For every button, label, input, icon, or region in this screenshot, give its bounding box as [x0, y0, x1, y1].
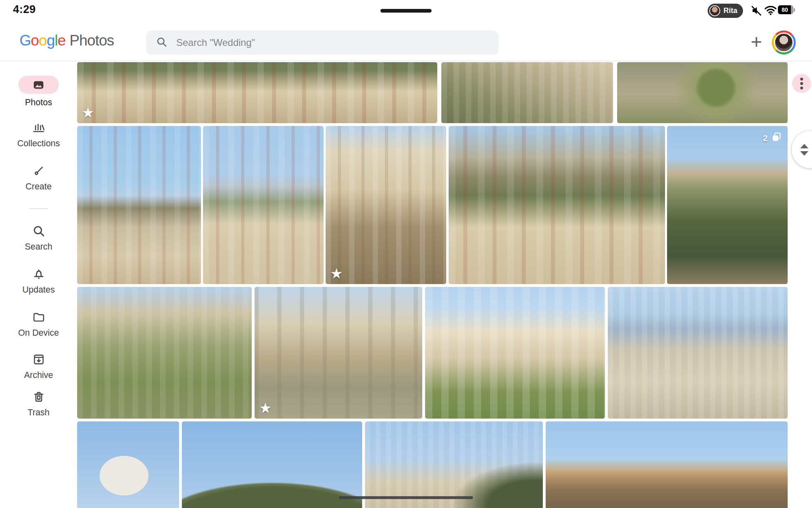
battery-icon: 80: [778, 5, 795, 14]
photo-thumbnail[interactable]: ★: [77, 62, 437, 123]
active-pill: [18, 76, 59, 94]
timeline-scrubber-handle[interactable]: [792, 131, 812, 168]
photo-thumbnail[interactable]: [449, 126, 665, 284]
top-center-bar: [380, 9, 432, 13]
sidebar-item-search[interactable]: Search: [0, 224, 77, 252]
photo-thumbnail[interactable]: [608, 287, 788, 419]
user-status-chip[interactable]: Rita: [708, 4, 743, 18]
trash-icon: [31, 389, 46, 404]
kebab-dot: [800, 82, 803, 85]
photo-thumbnail[interactable]: [365, 421, 543, 508]
wifi-icon: [764, 5, 777, 17]
sidebar-label: Collections: [17, 139, 60, 149]
logo-letter: e: [58, 32, 66, 49]
speaker-muted-icon: [750, 5, 762, 18]
sidebar-item-create[interactable]: Create: [0, 163, 77, 192]
clock: 4:29: [13, 3, 36, 16]
search-nav-icon: [31, 224, 46, 238]
google-photos-app: 4:29 Rita 80 G o o g l e Photos +: [0, 0, 812, 508]
search-icon: [156, 36, 167, 49]
bell-icon: [31, 267, 46, 281]
photo-thumbnail[interactable]: [441, 62, 613, 123]
create-icon: [31, 163, 46, 178]
battery-percent: 80: [782, 7, 788, 13]
logo-letter: G: [19, 32, 31, 49]
logo-letter: o: [31, 32, 39, 49]
kebab-dot: [800, 78, 803, 80]
home-indicator[interactable]: [339, 496, 473, 499]
sidebar-label: Create: [26, 182, 52, 192]
sidebar-label: Archive: [24, 370, 53, 380]
photo-thumbnail[interactable]: [203, 126, 324, 284]
sidebar-label: Trash: [28, 408, 50, 418]
google-photos-logo: G o o g l e Photos: [19, 32, 114, 49]
sidebar-item-trash[interactable]: Trash: [0, 389, 77, 418]
photo-thumbnail[interactable]: [546, 421, 788, 508]
chevron-up-icon: [800, 144, 808, 148]
sidebar-item-on-device[interactable]: On Device: [0, 310, 77, 338]
chip-avatar: [709, 5, 720, 16]
scrubber-arrows: [800, 131, 808, 168]
photo-thumbnail[interactable]: [182, 421, 362, 508]
photo-thumbnail[interactable]: ★: [255, 287, 422, 419]
sidebar-label: On Device: [18, 328, 59, 338]
sidebar-label: Photos: [25, 98, 52, 108]
chevron-down-icon: [800, 151, 808, 156]
favorite-star-icon: ★: [259, 401, 272, 415]
sidebar-label: Search: [25, 242, 52, 252]
photo-stack-badge: 2: [763, 132, 782, 144]
photos-icon: [31, 78, 46, 92]
photo-thumbnail[interactable]: [617, 62, 788, 123]
search-input[interactable]: [175, 37, 489, 49]
stack-count: 2: [763, 133, 768, 143]
sidebar-item-photos[interactable]: Photos: [0, 76, 77, 108]
folder-icon: [31, 310, 46, 324]
favorite-star-icon: ★: [330, 267, 343, 281]
logo-letter: g: [47, 32, 55, 49]
search-bar[interactable]: [146, 30, 499, 55]
logo-letter: o: [39, 32, 47, 49]
logo-letter: l: [55, 32, 58, 49]
photo-thumbnail[interactable]: ★: [326, 126, 446, 284]
sidebar-item-archive[interactable]: Archive: [0, 352, 77, 380]
photo-thumbnail[interactable]: [77, 287, 252, 419]
photo-thumbnail[interactable]: [425, 287, 605, 419]
archive-icon: [31, 352, 46, 367]
sidebar-label: Updates: [22, 285, 55, 295]
stack-icon: [771, 132, 782, 144]
add-button[interactable]: +: [745, 30, 768, 54]
photo-thumbnail[interactable]: 2: [667, 126, 788, 284]
sidebar-item-collections[interactable]: Collections: [0, 120, 77, 149]
photo-thumbnail[interactable]: [77, 421, 179, 508]
header-divider: [0, 61, 812, 61]
more-options-button[interactable]: [792, 74, 811, 93]
account-avatar[interactable]: [772, 30, 796, 54]
chip-user-name: Rita: [723, 7, 737, 15]
sidebar-divider: [29, 208, 48, 209]
sidebar-item-updates[interactable]: Updates: [0, 267, 77, 295]
photo-thumbnail[interactable]: [77, 126, 201, 284]
collections-icon: [31, 120, 46, 135]
favorite-star-icon: ★: [82, 106, 94, 120]
kebab-dot: [800, 87, 803, 89]
logo-product-name: Photos: [69, 32, 114, 49]
